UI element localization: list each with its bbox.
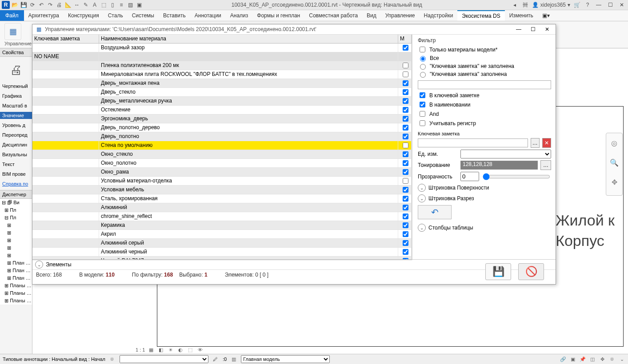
table-row[interactable]: Дверь_полотно_дерево [32, 123, 412, 132]
model-checkbox[interactable] [403, 125, 408, 131]
search-icon[interactable]: ◂ [511, 1, 519, 9]
table-row[interactable]: Окно_рама [32, 168, 412, 177]
table-row[interactable]: Минераловатная плита ROCKWOOL "ФЛОР БАТТ… [32, 70, 412, 79]
tab-manage[interactable]: Управление [381, 10, 420, 21]
expand-cut-hatch[interactable]: ⌄Штриховка Разрез [418, 194, 551, 202]
model-checkbox[interactable] [403, 205, 408, 210]
model-checkbox[interactable] [403, 249, 408, 255]
table-row[interactable]: Остекление [32, 106, 412, 115]
measure-icon[interactable]: 📐 [64, 1, 72, 9]
table-row[interactable]: Стена по умолчанию [32, 141, 412, 150]
tab-systems[interactable]: Системы [128, 10, 159, 21]
expand-columns[interactable]: ⌄Столбцы таблицы [418, 224, 551, 232]
dialog-cancel-button[interactable]: 🚫 [518, 263, 544, 280]
apps-icon[interactable]: 🛒 [573, 1, 581, 9]
switch-windows-icon[interactable]: ▣ [135, 1, 143, 9]
project-browser-tree[interactable]: ⊟ 🗐 Ви ⊞ Пл ⊟ Пл ⊞ ⊞ ⊞ ⊞ ⊞ ⊞ План на отм… [0, 199, 32, 305]
tint-swatch[interactable]: 128,128,128 [460, 161, 538, 170]
sun-path-icon[interactable]: ☀ [167, 346, 174, 353]
nav-zoom-icon[interactable]: 🔍 [606, 153, 622, 172]
dimension-icon[interactable]: ↔ [73, 1, 81, 9]
undo-icon[interactable]: ↶ [37, 1, 45, 9]
radio-no-keynote[interactable]: "Ключевая заметка" не заполнена [418, 63, 551, 70]
tab-steel[interactable]: Сталь [104, 10, 128, 21]
table-row[interactable]: Алюминий [32, 203, 412, 212]
table-row[interactable]: Эргономика_дверь [32, 115, 412, 123]
model-checkbox[interactable] [403, 187, 408, 193]
tab-view[interactable]: Вид [362, 10, 381, 21]
workset-select[interactable] [120, 355, 208, 356]
col-keynote[interactable]: Ключевая заметка [32, 35, 99, 43]
view-navigation-bar[interactable]: ◎ 🔍 ✥ [606, 133, 623, 196]
table-row[interactable]: Керамика [32, 221, 412, 230]
model-checkbox[interactable] [403, 231, 408, 237]
chk-and[interactable]: And [418, 110, 551, 118]
tab-structure[interactable]: Конструкция [64, 10, 104, 21]
table-row[interactable]: Воздушный зазор [32, 44, 412, 52]
chk-in-keynote[interactable]: В ключевой заметке [418, 91, 551, 99]
table-row[interactable]: Дверь_монтажная пена [32, 79, 412, 88]
properties-help-link[interactable]: Справка по [0, 180, 32, 187]
model-checkbox[interactable] [403, 63, 408, 68]
nav-pan-icon[interactable]: ✥ [606, 172, 622, 192]
type-selector[interactable]: Чертежный [0, 83, 32, 90]
chk-only-model[interactable]: Только материалы модели* [418, 45, 551, 54]
unit-select[interactable] [460, 150, 551, 158]
keynote-clear-button[interactable]: ✕ [542, 138, 551, 148]
model-checkbox[interactable] [403, 169, 408, 175]
model-checkbox[interactable] [403, 98, 408, 104]
save-icon[interactable]: 💾 [20, 1, 28, 9]
help-icon[interactable]: ? [584, 1, 592, 9]
chk-in-name[interactable]: В наименовании [418, 100, 551, 109]
thin-lines-icon[interactable]: ≡ [117, 1, 125, 9]
col-name[interactable]: Наименование материала [99, 35, 398, 43]
dialog-minimize-button[interactable]: — [513, 25, 524, 34]
table-row[interactable]: Окно_стекло [32, 150, 412, 159]
keyshot-icon[interactable]: 卌 [521, 1, 529, 9]
design-option-select[interactable]: Главная модель [241, 355, 330, 356]
transp-input[interactable] [460, 172, 479, 181]
sync-icon[interactable]: ⟳ [28, 1, 36, 9]
dialog-maximize-button[interactable]: ☐ [527, 25, 539, 34]
expand-surface-hatch[interactable]: ⌄Штриховка Поверхности [418, 184, 551, 192]
materials-table[interactable]: Воздушный зазорNO NAMEПленка полиэтилено… [32, 44, 412, 260]
maximize-button[interactable]: ☐ [606, 1, 615, 8]
table-row[interactable]: Сталь, хромированная [32, 194, 412, 203]
print-icon[interactable]: 🖨 [55, 1, 63, 9]
tab-addins[interactable]: Надстройки [420, 10, 458, 21]
tab-collaborate[interactable]: Совместная работа [304, 10, 362, 21]
table-row[interactable]: chrome_shine_reflect [32, 212, 412, 221]
model-checkbox[interactable] [403, 45, 408, 51]
close-button[interactable]: ✕ [617, 1, 626, 8]
tab-insert[interactable]: Вставить [159, 10, 190, 21]
undo-button[interactable]: ↶ [418, 205, 452, 219]
col-model[interactable]: М [398, 35, 412, 43]
tab-massing[interactable]: Формы и генплан [252, 10, 304, 21]
scale-display[interactable]: 1 : 1 [136, 347, 145, 352]
model-checkbox[interactable] [403, 196, 408, 202]
table-row[interactable]: Условный материал-отделка [32, 177, 412, 186]
model-checkbox[interactable] [403, 178, 408, 184]
radio-all[interactable]: Все [418, 55, 551, 62]
hide-icon[interactable]: 👁 [196, 346, 204, 353]
model-checkbox[interactable] [403, 160, 408, 166]
model-checkbox[interactable] [403, 222, 408, 228]
view3d-icon[interactable]: ⬚ [100, 1, 108, 9]
tab-analyze[interactable]: Анализ [226, 10, 253, 21]
table-row[interactable]: Дверь_полотно [32, 132, 412, 141]
nav-home-icon[interactable]: ◎ [606, 133, 622, 153]
model-checkbox[interactable] [403, 89, 408, 95]
text-icon[interactable]: A [91, 1, 99, 9]
dialog-titlebar[interactable]: ▦ Управление материалами: 'C:\Users\asan… [32, 24, 556, 35]
close-views-icon[interactable]: ▧ [126, 1, 134, 9]
shadows-icon[interactable]: ◐ [177, 346, 184, 353]
table-row[interactable]: Условная мебель [32, 186, 412, 194]
crop-icon[interactable]: ⬚ [187, 346, 194, 353]
dialog-save-button[interactable]: 💾 [485, 263, 511, 280]
tag-icon[interactable]: ✎ [82, 1, 90, 9]
model-checkbox[interactable] [403, 80, 408, 86]
file-tab[interactable]: Файл [0, 10, 24, 21]
elements-section[interactable]: ⌄ Элементы [32, 260, 556, 270]
tab-extra[interactable]: ▣▾ [538, 10, 554, 21]
table-row[interactable]: Алюминий серый [32, 239, 412, 248]
